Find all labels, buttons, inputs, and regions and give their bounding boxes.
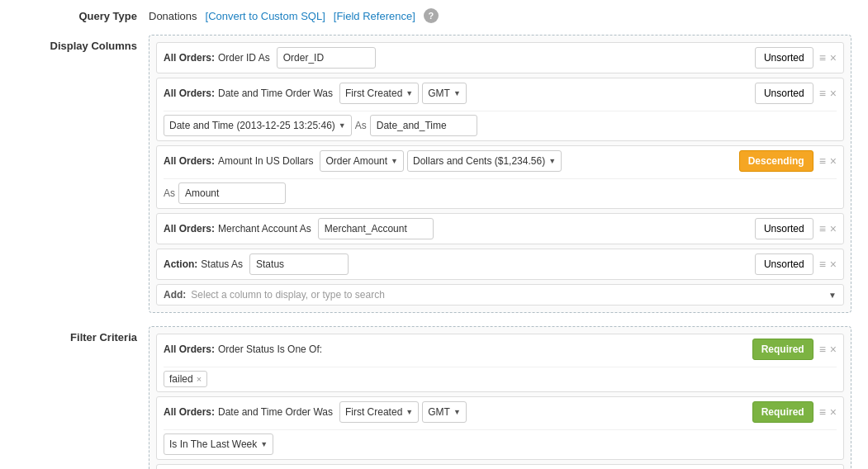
col-actions: Unsorted ≡ ×	[755, 83, 837, 104]
add-column-placeholder: Select a column to display, or type to s…	[191, 289, 385, 301]
col-prefix: All Orders:	[164, 88, 215, 99]
add-column-select[interactable]: Select a column to display, or type to s…	[191, 289, 837, 301]
drag-icon[interactable]: ≡	[819, 87, 826, 100]
dropdown-caret: ▼	[339, 121, 346, 130]
drag-icon[interactable]: ≡	[819, 405, 826, 419]
currency-format-value: Dollars and Cents ($1,234.56)	[413, 155, 545, 167]
tag-item: failed ×	[164, 371, 207, 387]
col-prefix: Action:	[164, 258, 197, 270]
close-icon[interactable]: ×	[830, 405, 837, 419]
table-row: Action: Status As Unsorted ≡ ×	[156, 249, 844, 280]
status-alias-input[interactable]	[249, 253, 349, 275]
col-actions: Unsorted ≡ ×	[755, 218, 837, 239]
col-prefix: All Orders:	[164, 223, 215, 234]
dropdown-caret: ▼	[453, 408, 461, 416]
display-columns-section: All Orders: Order ID As Unsorted ≡ × All…	[149, 35, 851, 313]
sub-row: As	[164, 178, 837, 204]
col-description: Amount In US Dollars	[218, 155, 313, 167]
dropdown-caret: ▼	[260, 440, 268, 448]
add-column-row: Add: Select a column to display, or type…	[156, 284, 844, 306]
dropdown-caret: ▼	[453, 89, 461, 97]
col-description: Merchant Account As	[218, 223, 311, 234]
add-filter-row: Add: Select a criteria to filter on, or …	[156, 464, 844, 469]
amount-alias-input[interactable]	[178, 182, 286, 204]
filter-gmt-select[interactable]: GMT ▼	[422, 401, 467, 423]
dropdown-caret: ▼	[406, 89, 413, 97]
col-prefix: All Orders:	[164, 52, 215, 64]
filter-criteria-section: All Orders: Order Status Is One Of: Requ…	[149, 326, 851, 469]
col-description: Date and Time Order Was	[218, 406, 333, 418]
add-label: Add:	[164, 289, 186, 301]
col-prefix: All Orders:	[164, 406, 215, 418]
table-row: All Orders: Merchant Account As Unsorted…	[156, 213, 844, 244]
col-description: Date and Time Order Was	[218, 88, 333, 99]
filter-criteria-label: Filter Criteria	[17, 326, 149, 343]
sort-button[interactable]: Unsorted	[755, 218, 813, 239]
currency-format-select[interactable]: Dollars and Cents ($1,234.56) ▼	[407, 150, 562, 172]
sort-button[interactable]: Unsorted	[755, 47, 813, 69]
required-button[interactable]: Required	[752, 339, 813, 360]
as-label: As	[164, 187, 175, 199]
filter-first-created-select[interactable]: First Created ▼	[339, 401, 419, 423]
order-amount-value: Order Amount	[325, 155, 387, 167]
sort-button[interactable]: Unsorted	[755, 83, 813, 104]
dropdown-caret: ▼	[391, 157, 398, 165]
order-amount-select[interactable]: Order Amount ▼	[320, 150, 404, 172]
drag-icon[interactable]: ≡	[819, 222, 826, 235]
tag-remove-icon[interactable]: ×	[197, 374, 202, 384]
sub-row: Date and Time (2013-12-25 13:25:46) ▼ As	[164, 111, 837, 136]
col-description: Order ID As	[218, 52, 270, 64]
close-icon[interactable]: ×	[830, 222, 837, 235]
last-week-value: Is In The Last Week	[169, 438, 257, 450]
query-type-value: Donations	[149, 10, 197, 22]
col-alias-input[interactable]	[277, 47, 376, 69]
last-week-select[interactable]: Is In The Last Week ▼	[164, 433, 273, 455]
merchant-alias-input[interactable]	[318, 218, 434, 239]
close-icon[interactable]: ×	[830, 51, 837, 64]
sort-button[interactable]: Unsorted	[755, 253, 813, 275]
col-description: Order Status Is One Of:	[218, 343, 322, 355]
table-row: All Orders: Date and Time Order Was Firs…	[156, 396, 844, 460]
col-prefix: All Orders:	[164, 155, 215, 167]
dropdown-caret: ▼	[548, 157, 556, 165]
date-format-select[interactable]: Date and Time (2013-12-25 13:25:46) ▼	[164, 115, 352, 136]
gmt-select[interactable]: GMT ▼	[422, 83, 467, 104]
filter-first-created-value: First Created	[345, 406, 402, 418]
help-icon[interactable]: ?	[424, 8, 439, 23]
gmt-value: GMT	[428, 88, 450, 99]
table-row: All Orders: Date and Time Order Was Firs…	[156, 78, 844, 141]
tag-value: failed	[169, 373, 193, 385]
date-alias-input[interactable]	[370, 115, 477, 136]
add-caret-icon: ▼	[828, 291, 837, 300]
tags-row: failed ×	[164, 367, 837, 387]
drag-icon[interactable]: ≡	[819, 154, 826, 168]
close-icon[interactable]: ×	[830, 258, 837, 271]
required-button[interactable]: Required	[752, 401, 813, 423]
table-row: All Orders: Amount In US Dollars Order A…	[156, 145, 844, 209]
col-actions: Descending ≡ ×	[739, 150, 837, 172]
sort-button[interactable]: Descending	[739, 150, 813, 172]
query-type-label: Query Type	[17, 10, 149, 22]
convert-sql-link[interactable]: [Convert to Custom SQL]	[206, 10, 325, 22]
close-icon[interactable]: ×	[830, 87, 837, 100]
filter-gmt-value: GMT	[428, 406, 450, 418]
field-ref-link[interactable]: [Field Reference]	[334, 10, 415, 22]
as-label: As	[355, 120, 367, 131]
drag-icon[interactable]: ≡	[819, 51, 826, 64]
drag-icon[interactable]: ≡	[819, 258, 826, 271]
col-actions: Required ≡ ×	[752, 339, 837, 360]
table-row: All Orders: Order ID As Unsorted ≡ ×	[156, 42, 844, 73]
dropdown-caret: ▼	[406, 408, 413, 416]
table-row: All Orders: Order Status Is One Of: Requ…	[156, 334, 844, 392]
sub-row: Is In The Last Week ▼	[164, 429, 837, 455]
first-created-select[interactable]: First Created ▼	[339, 83, 419, 104]
date-format-value: Date and Time (2013-12-25 13:25:46)	[169, 120, 335, 131]
col-actions: Unsorted ≡ ×	[755, 253, 837, 275]
close-icon[interactable]: ×	[830, 343, 837, 356]
col-actions: Unsorted ≡ ×	[755, 47, 837, 69]
drag-icon[interactable]: ≡	[819, 343, 826, 356]
display-columns-label: Display Columns	[17, 35, 149, 52]
close-icon[interactable]: ×	[830, 154, 837, 168]
col-actions: Required ≡ ×	[752, 401, 837, 423]
col-description: Status As	[201, 258, 243, 270]
